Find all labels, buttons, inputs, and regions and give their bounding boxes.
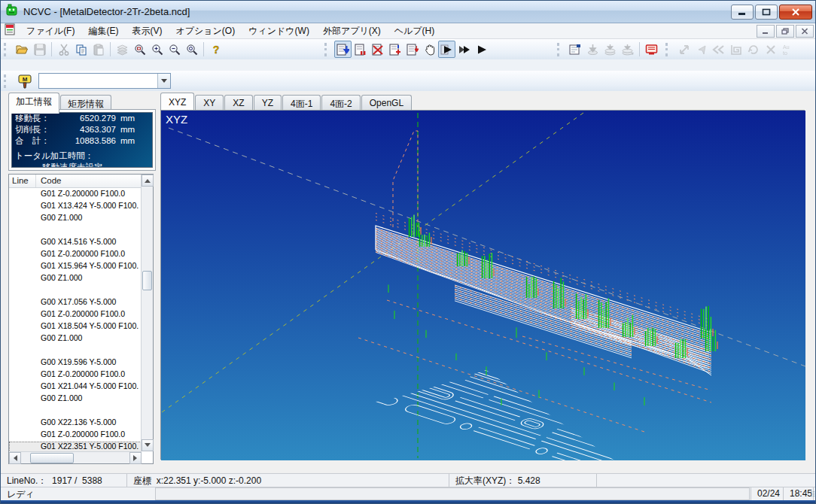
- code-row[interactable]: G01 X15.964 Y-5.000 F100.: [9, 261, 142, 273]
- view-tab-xyz[interactable]: XYZ: [160, 93, 194, 110]
- menu-item-2[interactable]: 表示(V): [125, 23, 169, 39]
- toolbar-separator: [51, 42, 52, 56]
- view-tab-4面-2[interactable]: 4面-2: [321, 95, 360, 110]
- properties-icon[interactable]: [567, 41, 584, 58]
- view-tab-yz[interactable]: YZ: [254, 95, 282, 110]
- sim-restart-icon[interactable]: [386, 41, 403, 58]
- maximize-button[interactable]: [755, 5, 778, 20]
- zoom-in-icon[interactable]: [148, 41, 166, 58]
- zoom-window-icon[interactable]: [131, 41, 148, 58]
- menu-item-3[interactable]: オプション(O): [169, 23, 242, 39]
- menu-item-1[interactable]: 編集(E): [81, 23, 125, 39]
- code-row[interactable]: G01 Z-0.200000 F100.0: [9, 369, 142, 381]
- right-margin: [805, 91, 816, 467]
- code-row[interactable]: G01 Z-0.200000 F100.0: [9, 189, 142, 201]
- viewport-canvas[interactable]: XYZ: [160, 110, 805, 460]
- gcode-list[interactable]: Line Code G01 Z-0.200000 F100.0G01 X13.4…: [8, 174, 154, 464]
- vertical-scrollbar[interactable]: [141, 175, 153, 451]
- menu-item-0[interactable]: ファイル(F): [20, 23, 81, 39]
- code-row[interactable]: G00 Z1.000: [9, 393, 142, 405]
- status-ready: レディ: [1, 487, 155, 500]
- toolbar-grip[interactable]: [4, 43, 8, 56]
- scroll-left-button[interactable]: [9, 452, 21, 464]
- app-icon: [5, 4, 19, 20]
- sim-cancel-icon[interactable]: [369, 41, 386, 58]
- cut-icon: [55, 41, 72, 58]
- play-icon[interactable]: [473, 41, 490, 58]
- code-row[interactable]: G01 Z-0.200000 F100.0: [9, 249, 142, 261]
- horizontal-scroll-thumb[interactable]: [30, 453, 74, 463]
- nc-monitor-icon[interactable]: [643, 41, 660, 58]
- code-row[interactable]: G00 Z1.000: [9, 333, 142, 345]
- info-row: 切削長：4363.307mm: [12, 124, 152, 135]
- toolbar-grip[interactable]: [557, 43, 561, 56]
- code-row[interactable]: [9, 285, 142, 297]
- mdi-close-button[interactable]: [796, 25, 814, 38]
- document-icon[interactable]: [4, 23, 17, 39]
- view-tab-xz[interactable]: XZ: [224, 95, 252, 110]
- toolbar-grip[interactable]: [4, 74, 8, 88]
- tool-select-value: [39, 74, 157, 88]
- app-window: NCVC - [MetalDetector-2Tr-2beta.ncd] ファイ…: [0, 0, 816, 504]
- toolbar-grip[interactable]: [324, 43, 328, 56]
- code-row[interactable]: G01 X21.044 Y-5.000 F100.: [9, 381, 142, 393]
- zoom-out-icon[interactable]: [166, 41, 183, 58]
- code-row[interactable]: G01 X13.424 Y-5.000 F100.: [9, 201, 142, 213]
- toolbar-grip[interactable]: [665, 43, 669, 56]
- triangle-down-icon: [145, 443, 151, 450]
- open-file-icon[interactable]: [14, 41, 31, 58]
- pick-icon: [693, 41, 710, 58]
- code-row[interactable]: G01 Z-0.200000 F100.0: [9, 309, 142, 321]
- menu-item-5[interactable]: 外部アプリ(X): [316, 23, 388, 39]
- sim-pause-icon[interactable]: [352, 41, 369, 58]
- code-row[interactable]: G01 Z-0.200000 F100.0: [9, 430, 142, 442]
- view-tab-xy[interactable]: XY: [195, 95, 224, 110]
- code-row[interactable]: G01 X18.504 Y-5.000 F100.: [9, 321, 142, 333]
- play-fast-icon[interactable]: [455, 41, 473, 58]
- menu-item-6[interactable]: ヘルプ(H): [388, 23, 442, 39]
- combobox-dropdown-button[interactable]: [157, 74, 170, 88]
- column-code: Code: [36, 175, 153, 187]
- close-button[interactable]: [779, 5, 812, 20]
- info-row: 合 計：10883.586mm: [12, 135, 152, 147]
- code-row[interactable]: G00 Z1.000: [9, 273, 142, 285]
- code-row[interactable]: G00 X22.136 Y-5.000: [9, 417, 142, 430]
- sim-top-icon[interactable]: [334, 41, 352, 58]
- pan-hand-icon[interactable]: [421, 41, 438, 58]
- code-row[interactable]: G00 Z1.000: [9, 213, 142, 225]
- horizontal-scrollbar[interactable]: [9, 451, 142, 463]
- code-row[interactable]: [9, 225, 142, 237]
- help-icon[interactable]: ?: [207, 41, 224, 58]
- toolbar-dock: [1, 59, 816, 71]
- delete-icon: [762, 41, 779, 58]
- code-row[interactable]: G00 X19.596 Y-5.000: [9, 357, 142, 369]
- toolbar-separator: [203, 42, 204, 56]
- code-row[interactable]: G00 X14.516 Y-5.000: [9, 237, 142, 249]
- resize-grip[interactable]: ⠿: [810, 490, 815, 499]
- code-row[interactable]: [9, 405, 142, 417]
- mdi-minimize-button[interactable]: [757, 25, 775, 38]
- scroll-right-button[interactable]: [129, 452, 142, 464]
- trace-mode-icon[interactable]: [438, 41, 455, 58]
- status-bar: LineNo.： 1917 / 5388 座標 x:22.351 y:-5.00…: [1, 473, 816, 487]
- view-tab-opengl[interactable]: OpenGL: [361, 95, 412, 110]
- tab-machining-info[interactable]: 加工情報: [8, 93, 59, 114]
- triangle-right-icon: [133, 455, 140, 461]
- mdi-restore-button[interactable]: [776, 25, 794, 38]
- zoom-all-icon[interactable]: [183, 41, 200, 58]
- view-pane: XYZXYXZYZ4面-14面-2OpenGL XYZ: [160, 93, 805, 460]
- menu-item-4[interactable]: ウィンドウ(W): [242, 23, 316, 39]
- vertical-scroll-thumb[interactable]: [142, 271, 152, 290]
- minimize-button[interactable]: [731, 5, 754, 20]
- code-row[interactable]: G00 X17.056 Y-5.000: [9, 297, 142, 309]
- scroll-up-button[interactable]: [142, 175, 154, 187]
- scroll-down-button[interactable]: [142, 439, 154, 451]
- tool-select-combobox[interactable]: [38, 73, 171, 89]
- status-coords: 座標 x:22.351 y:-5.000 z:-0.200: [127, 474, 449, 487]
- copy-icon[interactable]: [72, 41, 90, 58]
- viewport-overlay-label: XYZ: [166, 113, 187, 126]
- view-tab-4面-1[interactable]: 4面-1: [282, 95, 321, 110]
- svg-text:Au: Au: [783, 44, 790, 50]
- code-row[interactable]: [9, 345, 142, 357]
- sim-jump-icon[interactable]: [403, 41, 421, 58]
